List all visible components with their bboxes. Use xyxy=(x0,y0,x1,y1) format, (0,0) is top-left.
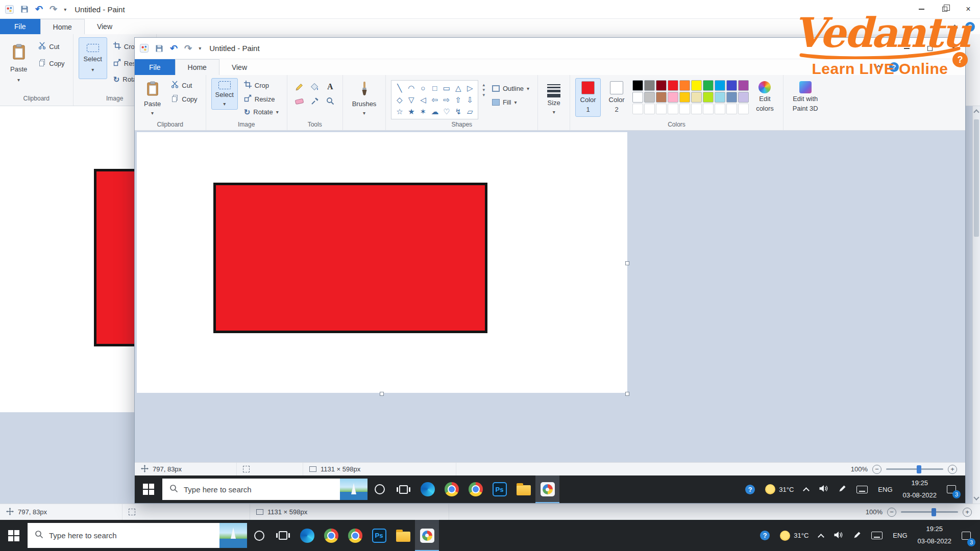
save-icon[interactable] xyxy=(20,5,29,13)
zoom-in-button[interactable]: + xyxy=(948,465,957,474)
shape-option[interactable]: ⇩ xyxy=(464,94,476,106)
save-icon[interactable] xyxy=(155,44,163,53)
pen-button[interactable] xyxy=(834,475,851,503)
weather-widget[interactable]: 31°C xyxy=(775,520,814,551)
brushes-button[interactable]: Brushes ▾ xyxy=(348,78,381,119)
undo-icon[interactable]: ↶ xyxy=(170,43,178,54)
zoom-slider[interactable] xyxy=(901,511,958,513)
undo-icon[interactable]: ↶ xyxy=(35,4,43,15)
clock[interactable]: 19:2503-08-2022 xyxy=(913,520,957,551)
shapes-scroll-up-icon[interactable]: ▴ xyxy=(482,82,485,87)
shape-option[interactable]: ♡ xyxy=(440,106,452,117)
shape-option[interactable]: ☁ xyxy=(429,106,440,117)
zoom-slider[interactable] xyxy=(886,468,943,470)
palette-empty-slot[interactable] xyxy=(691,104,702,114)
shape-option[interactable]: □ xyxy=(429,82,440,94)
palette-color[interactable] xyxy=(691,80,702,91)
clock[interactable]: 19:2503-08-2022 xyxy=(898,475,942,503)
help-icon[interactable]: ? xyxy=(965,22,975,32)
help-tray-button[interactable]: ? xyxy=(755,520,775,551)
tab-view[interactable]: View xyxy=(85,19,125,34)
tab-file[interactable]: File xyxy=(0,19,40,34)
tab-home[interactable]: Home xyxy=(175,59,219,75)
shape-option[interactable]: ▭ xyxy=(440,82,452,94)
search-box[interactable]: Type here to search xyxy=(162,479,368,500)
shape-option[interactable]: ↯ xyxy=(452,106,464,117)
paint-taskbar-button[interactable] xyxy=(415,520,439,551)
start-button[interactable] xyxy=(0,520,28,551)
outline-button[interactable]: Outline▾ xyxy=(489,83,532,94)
canvas-resize-handle-right[interactable] xyxy=(625,261,629,265)
palette-color[interactable] xyxy=(738,80,749,91)
palette-color[interactable] xyxy=(644,80,655,91)
palette-empty-slot[interactable] xyxy=(738,104,749,114)
cut-button[interactable]: Cut xyxy=(168,79,200,91)
edge-taskbar-button[interactable] xyxy=(415,475,439,503)
qat-dropdown-icon[interactable]: ▾ xyxy=(64,7,66,12)
shape-option[interactable]: ◁ xyxy=(417,94,429,106)
minimize-button[interactable] xyxy=(910,0,933,18)
collapse-ribbon-icon[interactable] xyxy=(875,65,882,71)
scroll-up-icon[interactable] xyxy=(973,109,979,115)
zoom-slider-thumb[interactable] xyxy=(932,508,936,516)
cut-button[interactable]: Cut xyxy=(35,40,67,53)
edit-colors-button[interactable]: Edit colors xyxy=(752,78,778,116)
help-icon[interactable]: ? xyxy=(889,62,899,72)
palette-color[interactable] xyxy=(703,92,714,103)
redo-icon[interactable]: ↷ xyxy=(184,43,192,54)
palette-color[interactable] xyxy=(656,80,667,91)
cortana-button[interactable] xyxy=(368,475,391,503)
palette-color[interactable] xyxy=(715,80,725,91)
close-button[interactable]: × xyxy=(957,0,980,18)
shape-option[interactable]: ✶ xyxy=(417,106,429,117)
chrome2-taskbar-button[interactable] xyxy=(463,475,487,503)
select-button[interactable]: Select ▾ xyxy=(211,78,238,110)
canvas-resize-handle-bottom[interactable] xyxy=(380,392,384,396)
tray-overflow-button[interactable] xyxy=(814,520,828,551)
fill-button[interactable]: Fill▾ xyxy=(489,97,532,108)
chrome2-taskbar-button[interactable] xyxy=(343,520,367,551)
restore-button[interactable] xyxy=(933,0,957,18)
palette-empty-slot[interactable] xyxy=(644,104,655,114)
size-button[interactable]: Size ▾ xyxy=(543,78,565,118)
weather-widget[interactable]: 31°C xyxy=(760,475,799,503)
start-button[interactable] xyxy=(135,475,162,503)
palette-color[interactable] xyxy=(691,92,702,103)
color-picker-tool[interactable] xyxy=(308,94,322,108)
volume-button[interactable] xyxy=(814,475,834,503)
file-explorer-taskbar-button[interactable] xyxy=(391,520,415,551)
palette-empty-slot[interactable] xyxy=(656,104,667,114)
language-indicator[interactable]: ENG xyxy=(873,475,897,503)
copy-button[interactable]: Copy xyxy=(168,93,200,105)
chrome-taskbar-button[interactable] xyxy=(439,475,463,503)
redo-icon[interactable]: ↷ xyxy=(50,4,57,15)
palette-empty-slot[interactable] xyxy=(715,104,725,114)
maximize-button[interactable] xyxy=(918,38,942,59)
palette-color[interactable] xyxy=(656,92,667,103)
eraser-tool[interactable] xyxy=(292,94,307,108)
palette-color[interactable] xyxy=(726,80,737,91)
task-view-button[interactable] xyxy=(271,520,295,551)
shape-option[interactable]: ▱ xyxy=(464,106,476,117)
palette-color[interactable] xyxy=(668,92,678,103)
color1-button[interactable]: Color 1 xyxy=(575,78,601,117)
palette-color[interactable] xyxy=(703,80,714,91)
search-box[interactable]: Type here to search xyxy=(28,523,247,548)
tab-view[interactable]: View xyxy=(219,59,259,75)
qat-dropdown-icon[interactable]: ▾ xyxy=(199,45,201,51)
photoshop-taskbar-button[interactable]: Ps xyxy=(487,475,511,503)
text-tool[interactable]: A xyxy=(323,80,337,93)
palette-empty-slot[interactable] xyxy=(726,104,737,114)
collapse-ribbon-icon[interactable] xyxy=(951,24,958,31)
touch-keyboard-button[interactable] xyxy=(866,520,888,551)
palette-color[interactable] xyxy=(668,80,678,91)
help-tray-button[interactable]: ? xyxy=(740,475,760,503)
minimize-button[interactable] xyxy=(895,38,918,59)
drawing-canvas[interactable] xyxy=(137,132,627,393)
shape-option[interactable]: ⇧ xyxy=(452,94,464,106)
scrollbar-thumb[interactable] xyxy=(974,119,979,237)
copy-button[interactable]: Copy xyxy=(35,57,67,69)
palette-empty-slot[interactable] xyxy=(679,104,690,114)
zoom-out-button[interactable]: − xyxy=(887,508,896,517)
shape-option[interactable]: ▽ xyxy=(405,94,417,106)
